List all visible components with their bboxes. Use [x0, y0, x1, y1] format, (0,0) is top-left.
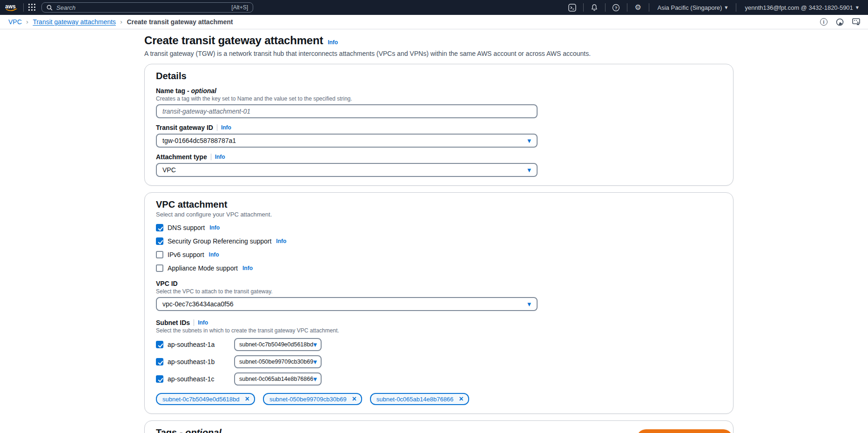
- sg-referencing-row: Security Group Referencing support Info: [156, 237, 722, 245]
- status-circle-icon[interactable]: [836, 18, 844, 26]
- subnet-ids-info-link[interactable]: Info: [198, 319, 208, 326]
- az-1b-checkbox[interactable]: [156, 358, 163, 365]
- subnet-1b-select[interactable]: subnet-050be99709cb30b69 ▼: [234, 355, 322, 368]
- search-input[interactable]: [56, 4, 231, 11]
- transit-gateway-id-select[interactable]: tgw-01664dc58788787a1 ▼: [156, 134, 538, 148]
- cloudshell-icon[interactable]: [566, 2, 579, 13]
- help-icon[interactable]: ?: [610, 2, 622, 13]
- subnet-1b-value: subnet-050be99709cb30b69: [239, 359, 313, 365]
- breadcrumb-current-page: Create transit gateway attachment: [127, 18, 233, 26]
- ipv6-support-label: IPv6 support: [168, 251, 204, 258]
- aws-logo[interactable]: aws: [5, 3, 19, 12]
- chevron-down-icon: ▼: [313, 377, 317, 382]
- subnet-ids-description: Select the subnets in which to create th…: [156, 327, 722, 334]
- notifications-bell-icon[interactable]: [588, 2, 600, 13]
- subnet-row-1b: ap-southeast-1b subnet-050be99709cb30b69…: [156, 355, 722, 368]
- appliance-mode-row: Appliance Mode support Info: [156, 264, 722, 272]
- name-tag-label: Name tag - optional: [156, 87, 216, 95]
- transit-gateway-id-value: tgw-01664dc58788787a1: [162, 137, 236, 144]
- subnet-ids-label: Subnet IDs: [156, 319, 190, 326]
- subnet-row-1a: ap-southeast-1a subnet-0c7b5049e0d5618bd…: [156, 338, 722, 351]
- remove-chip-icon[interactable]: ×: [352, 395, 356, 403]
- vpc-attachment-card: VPC attachment Select and configure your…: [144, 192, 733, 414]
- vpc-id-select[interactable]: vpc-0ec7c36434aca0f56 ▼: [156, 297, 538, 311]
- account-label: yennth136@fpt.com @ 3432-1820-5901: [745, 4, 853, 11]
- az-1c-label: ap-southeast-1c: [168, 375, 234, 383]
- attachment-type-info-link[interactable]: Info: [215, 154, 225, 160]
- chevron-down-icon: ▼: [527, 138, 531, 143]
- chevron-down-icon: ▼: [527, 302, 531, 307]
- dns-support-label: DNS support: [168, 224, 205, 231]
- details-heading: Details: [156, 71, 722, 81]
- global-search[interactable]: [Alt+S]: [41, 2, 253, 13]
- region-selector[interactable]: Asia Pacific (Singapore) ▼: [654, 4, 732, 11]
- create-button[interactable]: [637, 429, 733, 433]
- name-tag-description: Creates a tag with the key set to Name a…: [156, 95, 722, 102]
- services-grid-icon[interactable]: [28, 4, 36, 11]
- subnet-chip: subnet-0c065ab14e8b76866 ×: [370, 393, 469, 405]
- selected-subnets: subnet-0c7b5049e0d5618bd × subnet-050be9…: [156, 393, 722, 405]
- divider: [211, 154, 211, 160]
- chevron-right-icon: ›: [26, 18, 29, 26]
- subnet-chip-label: subnet-050be99709cb30b69: [269, 396, 347, 403]
- chevron-down-icon: ▼: [856, 6, 859, 10]
- ipv6-support-checkbox[interactable]: [156, 251, 163, 258]
- settings-gear-icon[interactable]: ⚙: [632, 2, 644, 13]
- subnet-ids-group: Subnet IDs Info Select the subnets in wh…: [156, 319, 722, 405]
- attachment-type-select[interactable]: VPC ▼: [156, 163, 538, 177]
- vpc-id-label: VPC ID: [156, 280, 178, 287]
- az-1a-checkbox[interactable]: [156, 341, 163, 348]
- divider: [736, 3, 736, 12]
- top-navigation-bar: aws [Alt+S] ? ⚙ Asia Pacific (S: [0, 0, 868, 15]
- page-title-info-link[interactable]: Info: [328, 39, 338, 46]
- appliance-mode-info-link[interactable]: Info: [242, 265, 253, 271]
- ipv6-support-info-link[interactable]: Info: [209, 251, 219, 258]
- transit-gateway-id-label: Transit gateway ID: [156, 124, 213, 131]
- remove-chip-icon[interactable]: ×: [245, 395, 249, 403]
- divider: [605, 3, 606, 12]
- sg-referencing-label: Security Group Referencing support: [168, 237, 271, 245]
- subnet-1c-value: subnet-0c065ab14e8b76866: [239, 376, 313, 382]
- transit-gateway-id-info-link[interactable]: Info: [221, 124, 231, 131]
- chevron-down-icon: ▼: [313, 359, 317, 365]
- divider: [627, 3, 627, 12]
- tags-heading: Tags - optional: [156, 427, 722, 433]
- search-shortcut-hint: [Alt+S]: [231, 4, 248, 11]
- remove-chip-icon[interactable]: ×: [459, 395, 463, 403]
- divider: [583, 3, 584, 12]
- vpc-id-group: VPC ID Select the VPC to attach to the t…: [156, 280, 722, 311]
- sg-referencing-checkbox[interactable]: [156, 237, 163, 245]
- divider: [23, 3, 24, 12]
- attachment-type-group: Attachment type Info VPC ▼: [156, 153, 722, 177]
- breadcrumb-bar: VPC › Transit gateway attachments › Crea…: [0, 15, 868, 29]
- appliance-mode-checkbox[interactable]: [156, 264, 163, 272]
- attachment-type-value: VPC: [162, 166, 176, 174]
- subnet-1c-select[interactable]: subnet-0c065ab14e8b76866 ▼: [234, 372, 322, 386]
- page-description: A transit gateway (TGW) is a network tra…: [144, 50, 733, 57]
- info-circle-icon[interactable]: i: [820, 18, 828, 26]
- divider: [649, 3, 649, 12]
- shortcuts-panel-icon[interactable]: [852, 18, 861, 26]
- dns-support-info-link[interactable]: Info: [209, 224, 220, 231]
- transit-gateway-id-group: Transit gateway ID Info tgw-01664dc58788…: [156, 124, 722, 148]
- name-tag-input[interactable]: [156, 104, 538, 118]
- sg-referencing-info-link[interactable]: Info: [276, 238, 286, 244]
- chevron-right-icon: ›: [120, 18, 123, 26]
- subnet-chip-label: subnet-0c7b5049e0d5618bd: [162, 396, 240, 403]
- subnet-chip: subnet-050be99709cb30b69 ×: [263, 393, 362, 405]
- breadcrumb-vpc[interactable]: VPC: [8, 18, 22, 26]
- account-menu[interactable]: yennth136@fpt.com @ 3432-1820-5901 ▼: [741, 4, 862, 11]
- subnet-row-1c: ap-southeast-1c subnet-0c065ab14e8b76866…: [156, 372, 722, 386]
- vpc-attachment-heading: VPC attachment: [156, 199, 722, 210]
- vpc-attachment-description: Select and configure your VPC attachment…: [156, 211, 722, 218]
- az-1b-label: ap-southeast-1b: [168, 358, 234, 365]
- name-tag-group: Name tag - optional Creates a tag with t…: [156, 87, 722, 118]
- divider: [194, 319, 194, 326]
- attachment-type-label: Attachment type: [156, 153, 207, 161]
- aws-logo-icon: aws: [5, 3, 19, 12]
- subnet-1a-select[interactable]: subnet-0c7b5049e0d5618bd ▼: [234, 338, 322, 351]
- dns-support-checkbox[interactable]: [156, 224, 163, 231]
- search-icon: [47, 5, 53, 11]
- breadcrumb-transit-gateway-attachments[interactable]: Transit gateway attachments: [33, 18, 115, 26]
- az-1c-checkbox[interactable]: [156, 375, 163, 383]
